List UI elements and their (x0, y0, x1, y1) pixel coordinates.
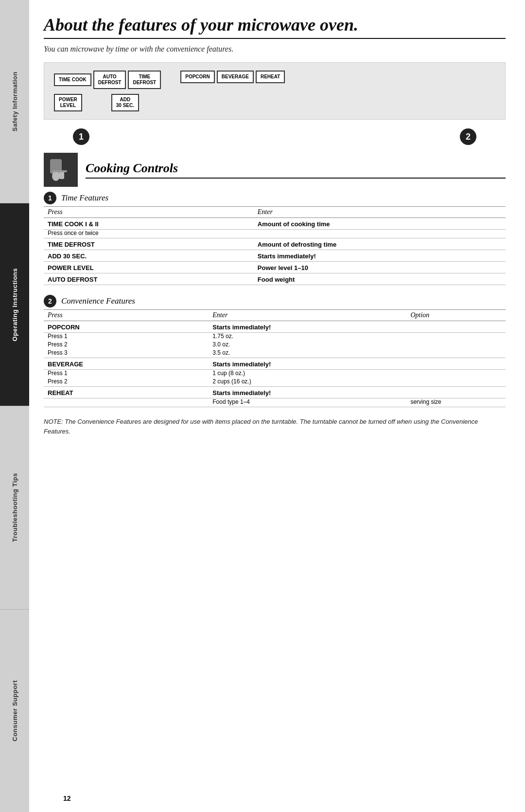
time-defrost-enter: Amount of defrosting time (254, 238, 506, 250)
powerlevel-enter: Power level 1–10 (254, 262, 506, 273)
beverage-btn: BEVERAGE (217, 71, 254, 83)
time-defrost-press: TIME DEFROST (44, 238, 254, 250)
sidebar-item-safety[interactable]: Safety Information (0, 0, 29, 203)
popcorn-enter: Starts immediately! (209, 321, 406, 333)
time-features-title: Time Features (61, 193, 108, 203)
sidebar-item-consumer[interactable]: Consumer Support (0, 610, 29, 812)
popcorn-btn: POPCORN (180, 71, 215, 83)
table-row: Press 3 3.5 oz. (44, 349, 506, 358)
table-row: Press 2 2 cups (16 oz.) (44, 378, 506, 387)
top-buttons-row: TIME COOK AUTODEFROST TIMEDEFROST (54, 71, 161, 89)
sidebar-item-troubleshooting[interactable]: Troubleshooting Tips (0, 406, 29, 610)
sidebar-label-safety: Safety Information (11, 72, 18, 131)
cc-title: Cooking Controls (86, 161, 178, 175)
table-row: Press once or twice (44, 230, 506, 238)
note-text: NOTE: The Convenience Features are desig… (44, 417, 506, 436)
time-col-enter: Enter (254, 207, 506, 218)
badge-2: 2 (460, 128, 476, 145)
page-title: About the features of your microwave ove… (44, 15, 506, 35)
sidebar-label-consumer: Consumer Support (11, 680, 18, 741)
reheat-enter: Starts immediately! (209, 387, 406, 398)
beverage-enter: Starts immediately! (209, 358, 406, 370)
add-30sec-btn: ADD30 SEC. (111, 94, 139, 111)
svg-point-3 (52, 171, 60, 181)
table-row: POWER LEVEL Power level 1–10 (44, 262, 506, 273)
time-col-press: Press (44, 207, 254, 218)
control-panel-diagram: TIME COOK AUTODEFROST TIMEDEFROST POWERL… (44, 62, 506, 120)
table-row: ADD 30 SEC. Starts immediately! (44, 250, 506, 262)
small-buttons-row: POWERLEVEL ADD30 SEC. (54, 94, 161, 111)
reheat-btn: REHEAT (256, 71, 285, 83)
hand-icon (48, 157, 74, 183)
conv-col-option: Option (406, 310, 506, 321)
popcorn-press: POPCORN (44, 321, 209, 333)
table-row: AUTO DEFROST Food weight (44, 273, 506, 285)
reheat-option: serving size (406, 398, 506, 407)
auto-defrost-btn: AUTODEFROST (93, 71, 126, 89)
panel-left: TIME COOK AUTODEFROST TIMEDEFROST POWERL… (54, 71, 161, 111)
table-row: TIME COOK I & II Amount of cooking time (44, 218, 506, 230)
table-row: REHEAT Starts immediately! (44, 387, 506, 398)
popcorn-p2: Press 2 (44, 341, 209, 349)
page-number: 12 (63, 794, 71, 802)
reheat-foodtype: Food type 1–4 (209, 398, 406, 407)
cc-title-block: Cooking Controls (86, 161, 506, 179)
convenience-features-badge: 2 (44, 295, 56, 307)
badges-row: 1 2 (44, 128, 506, 145)
convenience-features-table: Press Enter Option POPCORN Starts immedi… (44, 309, 506, 407)
badge-1: 1 (73, 128, 89, 145)
beverage-p1: Press 1 (44, 370, 209, 379)
convenience-features-section: 2 Convenience Features Press Enter Optio… (44, 295, 506, 407)
time-features-header: 1 Time Features (44, 192, 506, 204)
table-row: POPCORN Starts immediately! (44, 321, 506, 333)
autodefrost-enter: Food weight (254, 273, 506, 285)
autodefrost-press: AUTO DEFROST (44, 273, 254, 285)
table-row: Press 1 1 cup (8 oz.) (44, 370, 506, 379)
table-row: Press 1 1.75 oz. (44, 333, 506, 342)
beverage-press: BEVERAGE (44, 358, 209, 370)
time-features-badge: 1 (44, 192, 56, 204)
time-defrost-btn: TIMEDEFROST (128, 71, 161, 89)
powerlevel-press: POWER LEVEL (44, 262, 254, 273)
table-row: Food type 1–4 serving size (44, 398, 506, 407)
convenience-features-title: Convenience Features (61, 296, 135, 306)
sidebar: Safety Information Operating Instruction… (0, 0, 29, 812)
conv-col-press: Press (44, 310, 209, 321)
popcorn-p3: Press 3 (44, 349, 209, 358)
conv-col-enter: Enter (209, 310, 406, 321)
sidebar-item-operating[interactable]: Operating Instructions (0, 203, 29, 407)
popcorn-p1: Press 1 (44, 333, 209, 342)
beverage-p2: Press 2 (44, 378, 209, 387)
svg-rect-4 (52, 170, 67, 172)
time-cook-enter: Amount of cooking time (254, 218, 506, 230)
hand-icon-block (44, 153, 78, 187)
subtitle: You can microwave by time or with the co… (44, 45, 506, 54)
time-cook-press: TIME COOK I & II (44, 218, 254, 230)
table-row: TIME DEFROST Amount of defrosting time (44, 238, 506, 250)
time-features-section: 1 Time Features Press Enter TIME COOK I … (44, 192, 506, 285)
panel-right: POPCORN BEVERAGE REHEAT (180, 71, 285, 83)
cc-header: Cooking Controls (44, 153, 506, 187)
table-row: BEVERAGE Starts immediately! (44, 358, 506, 370)
table-row: Press 2 3.0 oz. (44, 341, 506, 349)
add30sec-press: ADD 30 SEC. (44, 250, 254, 262)
convenience-features-header: 2 Convenience Features (44, 295, 506, 307)
sidebar-label-troubleshooting: Troubleshooting Tips (11, 473, 18, 542)
cooking-controls-section: Cooking Controls 1 Time Features Press E… (44, 153, 506, 436)
main-content: About the features of your microwave ove… (29, 0, 525, 812)
sidebar-label-operating: Operating Instructions (11, 268, 18, 341)
reheat-press: REHEAT (44, 387, 209, 398)
time-cook-btn: TIME COOK (54, 73, 91, 86)
time-cook-sub: Press once or twice (44, 230, 254, 238)
time-features-table: Press Enter TIME COOK I & II Amount of c… (44, 206, 506, 285)
add30sec-enter: Starts immediately! (254, 250, 506, 262)
title-underline (44, 38, 506, 39)
power-level-btn: POWERLEVEL (54, 94, 82, 111)
